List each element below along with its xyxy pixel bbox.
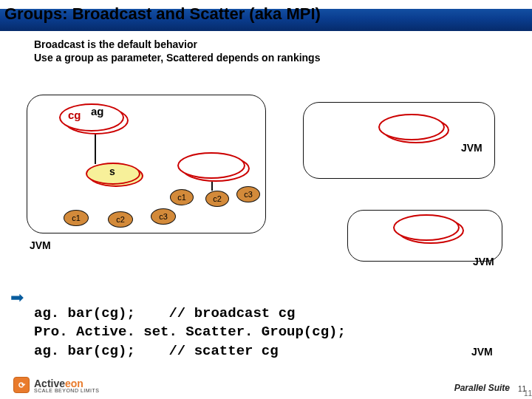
page-number-outer: 11: [524, 389, 532, 398]
c1-node-bottom: c1: [64, 210, 89, 226]
c3-node-bottom: c3: [151, 208, 176, 225]
explain-block: Broadcast is the default behavior Use a …: [0, 31, 532, 64]
c2-bottom-label: c2: [116, 215, 125, 224]
empty-node-top-right: [378, 114, 449, 145]
brand-tagline: SCALE BEYOND LIMITS: [34, 388, 99, 393]
explain-line-1: Broadcast is the default behavior: [34, 38, 532, 52]
jvm-label-3: JVM: [473, 256, 494, 267]
code-l2: Pro. Active. set. Scatter. Group(cg);: [34, 324, 346, 340]
jvm-label-4: JVM: [471, 346, 493, 358]
empty-node-bottom-right: [393, 214, 464, 245]
c2-node-mid: c2: [205, 191, 229, 207]
code-l1a: ag. bar(cg);: [34, 305, 168, 321]
ag-label: ag: [91, 105, 104, 117]
s-node: [86, 163, 145, 189]
c1-mid-label: c1: [177, 193, 186, 202]
diagram-stage: cg ag JVM s c1 c2 c3 c1 c2 c3 JVM: [0, 68, 532, 386]
title-bar: Groups: Broadcast and Scatter (aka MPI): [0, 0, 532, 31]
footer-logo: ⟳ Activeeon SCALE BEYOND LIMITS: [13, 377, 99, 393]
footer-right-text: Parallel Suite: [454, 383, 510, 393]
c3-bottom-label: c3: [159, 212, 168, 221]
code-arrow-icon: ➡: [10, 288, 24, 307]
c3-mid-label: c3: [244, 190, 253, 199]
code-l1b: // broadcast cg: [168, 305, 295, 321]
cg-label: cg: [68, 109, 81, 121]
explain-line-2: Use a group as parameter, Scattered depe…: [34, 52, 532, 65]
jvm-label-1: JVM: [461, 142, 482, 154]
c3-node-mid: c3: [236, 186, 260, 202]
c1-node-mid: c1: [170, 189, 194, 205]
c1-bottom-label: c1: [72, 214, 81, 222]
line-cg-center: [95, 134, 96, 164]
s-label: s: [109, 166, 115, 177]
c2-node-bottom: c2: [108, 211, 133, 228]
slide-title: Groups: Broadcast and Scatter (aka MPI): [4, 4, 321, 23]
logo-glyph: ⟳: [18, 381, 25, 390]
center-node: [177, 152, 251, 183]
jvm-label-2: JVM: [30, 239, 51, 251]
code-l3b: // scatter cg: [168, 343, 278, 359]
logo-text-block: Activeeon SCALE BEYOND LIMITS: [34, 378, 99, 393]
code-block: ag. bar(cg); // broadcast cg Pro. Active…: [34, 285, 346, 380]
line-center-down: [211, 182, 213, 191]
logo-icon: ⟳: [13, 377, 30, 393]
code-l3a: ag. bar(cg);: [34, 343, 168, 359]
c2-mid-label: c2: [213, 194, 222, 203]
